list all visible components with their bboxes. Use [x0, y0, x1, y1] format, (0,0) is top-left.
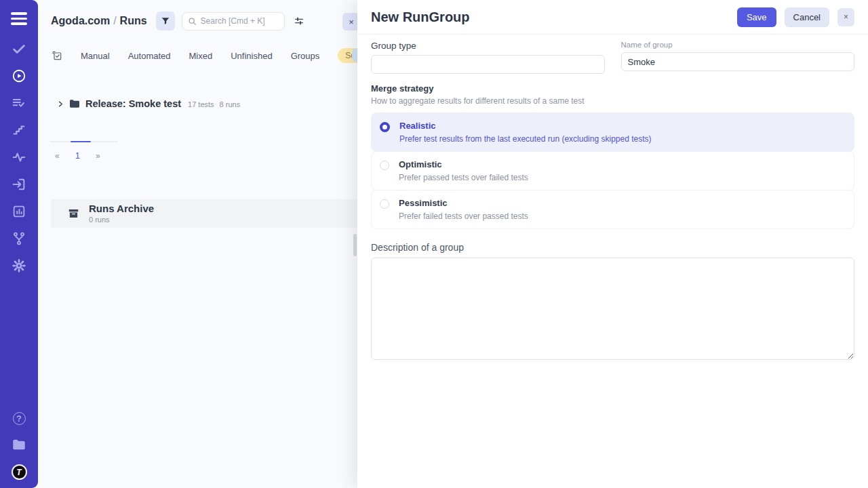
page-title: New RunGroup: [371, 9, 470, 25]
option-realistic-title: Realistic: [399, 121, 652, 131]
close-icon[interactable]: ×: [837, 8, 854, 26]
filter-button[interactable]: [156, 12, 175, 30]
gear-icon[interactable]: [12, 258, 26, 273]
breadcrumb-separator: /: [110, 15, 119, 26]
hamburger-menu-icon[interactable]: [8, 9, 30, 28]
radio-unselected-icon[interactable]: [380, 199, 389, 209]
save-button[interactable]: Save: [737, 7, 776, 27]
new-rungroup-drawer: New RunGroup Save Cancel × Group type Na…: [357, 0, 868, 488]
pagination-prev-button[interactable]: «: [55, 151, 60, 161]
option-optimistic-title: Optimistic: [399, 159, 528, 169]
pagination: « 1 »: [50, 141, 118, 161]
pagination-page-1[interactable]: 1: [75, 150, 80, 161]
sidebar-footer: ? T: [12, 412, 27, 480]
avatar[interactable]: T: [12, 464, 27, 480]
tab-automated[interactable]: Automated: [128, 51, 171, 61]
tests-count: 17 tests: [188, 100, 214, 108]
option-optimistic[interactable]: Optimistic Prefer passed tests over fail…: [371, 151, 854, 190]
breadcrumb-current: Runs: [120, 15, 147, 26]
cancel-button[interactable]: Cancel: [785, 7, 829, 27]
radio-unselected-icon[interactable]: [380, 161, 389, 170]
name-of-group-input[interactable]: [621, 52, 855, 71]
list-check-icon[interactable]: [12, 96, 26, 110]
question-circle-icon[interactable]: ?: [13, 412, 26, 425]
pulse-icon[interactable]: [12, 150, 26, 165]
option-pessimistic-title: Pessimistic: [399, 198, 528, 208]
archive-count: 0 runs: [89, 216, 154, 224]
branch-icon[interactable]: [12, 231, 26, 246]
group-type-input[interactable]: [371, 55, 605, 74]
group-type-label: Group type: [371, 41, 605, 51]
chevron-right-icon[interactable]: [57, 100, 64, 108]
merge-strategy-options: Realistic Prefer test results from the l…: [371, 113, 854, 229]
radio-selected-icon[interactable]: [380, 122, 390, 132]
runs-archive-row[interactable]: Runs Archive 0 runs: [51, 199, 357, 228]
tree-item-release-smoke-test[interactable]: Release: Smoke test 17 tests 8 runs: [38, 98, 357, 109]
option-realistic-desc: Prefer test results from the last execut…: [399, 134, 652, 144]
sidebar-nav: [12, 41, 26, 273]
description-textarea[interactable]: [371, 258, 854, 360]
option-pessimistic[interactable]: Pessimistic Prefer failed tests over pas…: [371, 190, 854, 229]
tab-mixed[interactable]: Mixed: [189, 51, 213, 61]
runs-count: 8 runs: [220, 100, 241, 108]
stairs-icon[interactable]: [12, 123, 26, 138]
bar-chart-icon[interactable]: [12, 204, 26, 219]
search-icon: [188, 17, 197, 26]
tab-manual[interactable]: Manual: [81, 51, 110, 61]
tabs-row: Manual Automated Mixed Unfinished Groups…: [38, 48, 357, 63]
description-field-block: Description of a group: [371, 242, 854, 363]
archive-box-icon: [67, 207, 80, 220]
option-realistic[interactable]: Realistic Prefer test results from the l…: [371, 113, 854, 152]
option-optimistic-desc: Prefer passed tests over failed tests: [399, 173, 528, 182]
sliders-icon[interactable]: [292, 14, 306, 28]
name-of-group-label: Name of group: [621, 41, 855, 49]
folder-icon: [69, 99, 80, 108]
search-input[interactable]: [201, 16, 279, 26]
group-type-field-block: Group type: [371, 41, 605, 74]
play-circle-icon[interactable]: [12, 68, 26, 83]
import-arrow-icon[interactable]: [12, 177, 26, 192]
name-field-block: Name of group: [621, 41, 855, 74]
panel-scrollbar-thumb[interactable]: [353, 234, 357, 256]
search-box: [182, 12, 285, 30]
check-icon[interactable]: [12, 41, 26, 56]
description-label: Description of a group: [371, 242, 854, 253]
select-all-icon[interactable]: [52, 50, 62, 61]
runs-panel: Agoda.com/Runs × Manual Automated Mixed …: [38, 0, 357, 488]
tab-unfinished[interactable]: Unfinished: [231, 51, 272, 61]
funnel-icon: [161, 16, 170, 26]
folder-icon[interactable]: [12, 437, 26, 452]
merge-strategy-hint: How to aggregate results for different r…: [371, 96, 854, 106]
merge-strategy-header: Merge strategy How to aggregate results …: [371, 83, 854, 106]
tab-groups[interactable]: Groups: [291, 51, 320, 61]
tree-item-label: Release: Smoke test: [85, 98, 181, 109]
pagination-track: [50, 141, 118, 142]
pagination-next-button[interactable]: »: [96, 151, 100, 161]
breadcrumb: Agoda.com/Runs: [51, 15, 147, 27]
panel-header: Agoda.com/Runs: [38, 0, 357, 30]
pagination-active-indicator: [71, 141, 91, 142]
archive-title: Runs Archive: [89, 203, 154, 215]
breadcrumb-project[interactable]: Agoda.com: [51, 15, 110, 26]
merge-strategy-label: Merge strategy: [371, 83, 854, 94]
sidebar: ? T: [0, 0, 38, 488]
option-pessimistic-desc: Prefer failed tests over passed tests: [399, 211, 528, 221]
tree-item-counts: 17 tests 8 runs: [188, 99, 240, 108]
drawer-header: New RunGroup Save Cancel ×: [357, 0, 868, 35]
